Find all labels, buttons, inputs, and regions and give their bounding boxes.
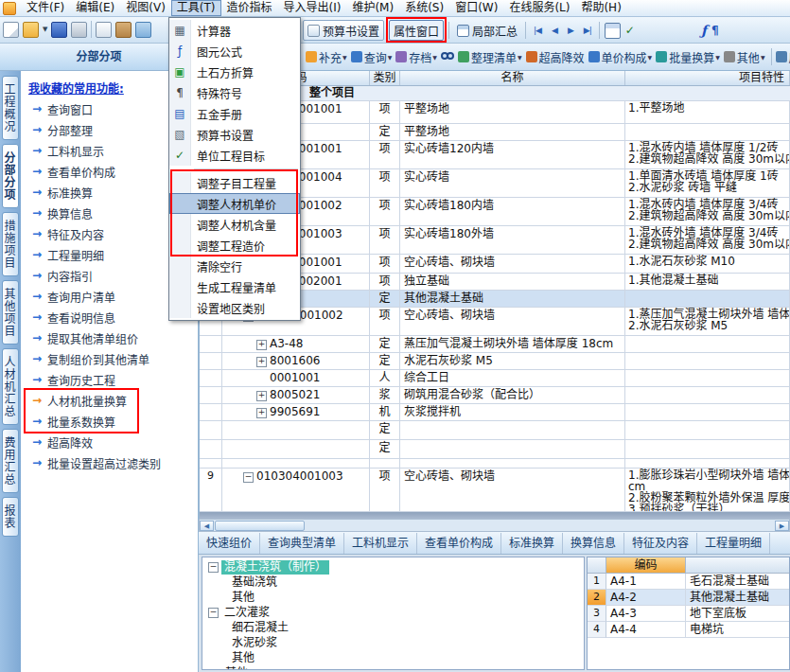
menu-window[interactable]: 窗口(W) (449, 0, 503, 16)
boq-row[interactable]: +8005021浆砌筑用混合砂浆（配合比） (200, 387, 790, 404)
open-file-icon[interactable] (23, 22, 39, 38)
menu-file[interactable]: 文件(F) (21, 0, 70, 16)
new-file-icon[interactable] (3, 22, 19, 38)
copy-icon[interactable] (96, 22, 112, 38)
tree-node-foundation-pouring[interactable]: 基础浇筑 (202, 575, 584, 590)
save-icon[interactable] (51, 22, 67, 38)
expand-icon[interactable]: − (243, 472, 254, 483)
menu-import-export[interactable]: 导入导出(I) (278, 0, 347, 16)
boq-row[interactable]: +8001606定水泥石灰砂浆 M5 (200, 353, 790, 370)
code-table-row[interactable]: 1A4-1毛石混凝土基础 (588, 574, 789, 590)
sidebar-item-batch-height-filter[interactable]: →批量设置超高过滤类别 (21, 452, 198, 473)
tree-node-other-root[interactable]: 其他 (202, 665, 584, 670)
scroll-right-button[interactable]: ▶ (775, 521, 789, 531)
boq-row[interactable]: 9−010304001003项空心砖墙、砌块墙1.膨胀珍珠岩小型砌块外墙 墙体厚… (200, 469, 790, 512)
boq-row[interactable]: 0001001人综合工日 (200, 370, 790, 387)
tree-node-cement-mortar[interactable]: 水泥砂浆 (202, 635, 584, 650)
boq-row[interactable]: 定 (200, 440, 790, 459)
tab-cost-summary[interactable]: 费用汇总 (2, 429, 19, 493)
sidebar-item-height-efficiency[interactable]: →超高降效 (21, 432, 198, 452)
supplement-button[interactable]: 补充▼ (305, 46, 348, 67)
batch-conversion-button[interactable]: 批量换算▼ (655, 46, 721, 67)
height-efficiency-button[interactable]: 超高降效 (525, 46, 586, 67)
menu-item-adjust-subitem-quantity[interactable]: 调整子目工程量 (169, 172, 300, 193)
menu-item-adjust-labor-content[interactable]: 调整人材机含量 (169, 214, 300, 235)
menu-maintenance[interactable]: 维护(M) (346, 0, 399, 16)
menu-cost-index[interactable]: 造价指标 (221, 0, 278, 16)
boq-row[interactable]: +9905691机灰浆搅拌机 (200, 404, 790, 421)
organize-list-button[interactable]: 整理清单▼ (457, 46, 523, 67)
sidebar-item-query-history-project[interactable]: →查询历史工程 (21, 369, 198, 390)
print-icon[interactable] (71, 22, 87, 38)
expand-icon[interactable]: − (208, 608, 219, 618)
menu-item-earthwork-conversion[interactable]: ▣土石方折算 (169, 62, 300, 82)
pilcrow-icon[interactable]: ¶ (711, 24, 719, 37)
menu-item-hardware-manual[interactable]: ▤五金手册 (169, 103, 300, 124)
tab-other-items[interactable]: 其他项目 (2, 280, 19, 345)
check-icon[interactable]: ✓ (625, 24, 635, 37)
open-dropdown-arrow-icon[interactable]: ▼ (43, 26, 47, 33)
archive-button[interactable]: 存档▼ (395, 46, 438, 67)
menu-system[interactable]: 系统(S) (399, 0, 449, 16)
menu-item-set-region-category[interactable]: 设置地区类别 (169, 297, 300, 318)
partial-summary-button[interactable]: 局部汇总 (454, 20, 520, 41)
menu-online-service[interactable]: 在线服务(L) (503, 0, 575, 16)
expand-icon[interactable]: + (256, 408, 267, 418)
next-record-button[interactable]: ▶ (565, 26, 576, 35)
code-table-row[interactable]: 4A4-4电梯坑 (588, 622, 789, 638)
first-record-button[interactable]: |◀ (531, 26, 544, 35)
tab-conversion-info[interactable]: 换算信息 (563, 533, 624, 554)
menu-item-calculator[interactable]: ▦计算器 (169, 20, 300, 41)
formula-icon[interactable]: ƒ (701, 23, 707, 38)
boq-row[interactable]: +A3-48定蒸压加气混凝土砌块外墙 墙体厚度 18cm (200, 336, 790, 353)
budget-settings-button[interactable]: 预算书设置 (303, 20, 384, 41)
undo-icon[interactable] (135, 22, 151, 38)
sidebar-item-batch-coefficient-conversion[interactable]: →批量系数换算 (21, 411, 198, 432)
property-window-button[interactable]: 属性窗口 (389, 20, 444, 41)
menu-help[interactable]: 帮助(H) (575, 0, 626, 16)
menu-item-adjust-project-cost[interactable]: 调整工程造价 (169, 235, 300, 256)
menu-view[interactable]: 视图(V) (120, 0, 171, 16)
tree-node-fine-concrete[interactable]: 细石混凝土 (202, 620, 584, 635)
tab-labor-material-summary[interactable]: 人材机汇总 (2, 348, 19, 425)
expand-icon[interactable]: + (256, 391, 267, 401)
tab-standard-conversion[interactable]: 标准换算 (501, 533, 563, 554)
tab-project-overview[interactable]: 工程概况 (2, 76, 19, 140)
menu-item-budget-settings[interactable]: ▧预算书设置 (169, 124, 300, 145)
code-table-row[interactable]: 3A4-3地下室底板 (588, 606, 789, 622)
unit-price-composition-button[interactable]: 单价构成▼ (588, 46, 654, 67)
menu-item-adjust-labor-price[interactable]: 调整人材机单价 (169, 193, 300, 214)
window-layout-icon[interactable] (605, 23, 621, 39)
scroll-left-button[interactable]: ◀ (200, 521, 214, 531)
menu-item-unit-project-target[interactable]: ✓单位工程目标 (169, 145, 300, 166)
other-button[interactable]: 其他▼ (723, 46, 766, 67)
tab-features-content[interactable]: 特征及内容 (624, 533, 697, 554)
tab-measure-items[interactable]: 措施项目 (2, 212, 19, 276)
sidebar-item-extract-other-pricing[interactable]: →提取其他清单组价 (21, 327, 198, 348)
last-record-button[interactable]: ▶| (581, 26, 594, 35)
boq-row[interactable] (200, 459, 790, 469)
tab-quick-pricing[interactable]: 快速组价 (199, 533, 260, 554)
menu-item-clear-empty-rows[interactable]: 清除空行 (169, 256, 300, 276)
expand-icon[interactable]: − (208, 562, 219, 573)
query-button[interactable]: 查询▼ (350, 46, 394, 67)
paste-icon[interactable] (115, 22, 132, 38)
tab-quantity-detail[interactable]: 工程量明细 (697, 533, 770, 554)
tree-node-other-1[interactable]: 其他 (202, 590, 584, 605)
tree-node-secondary-grouting[interactable]: −二次灌浆 (202, 605, 584, 620)
code-table-row[interactable]: 2A4-2其他混凝土基础 (588, 590, 789, 606)
tree-node-concrete-pouring[interactable]: −混凝土浇筑（制作） (202, 559, 584, 575)
prev-record-button[interactable]: ◀ (549, 26, 560, 35)
sidebar-item-copy-pricing[interactable]: →复制组价到其他清单 (21, 348, 198, 369)
tab-query-typical-list[interactable]: 查询典型清单 (260, 533, 344, 554)
horizontal-scrollbar[interactable]: ◀ ▶ (199, 519, 790, 532)
tree-node-other-2[interactable]: 其他 (202, 650, 584, 665)
menu-edit[interactable]: 编辑(E) (70, 0, 120, 16)
menu-item-generate-boq[interactable]: 生成工程量清单 (169, 276, 300, 297)
tab-view-unit-price[interactable]: 查看单价构成 (417, 533, 501, 554)
tab-divisional-items[interactable]: 分部分项 (2, 144, 19, 208)
menu-item-graphic-formula[interactable]: ƒ图元公式 (169, 41, 300, 62)
sidebar-item-batch-labor-conversion[interactable]: →人材机批量换算 (21, 390, 198, 411)
menu-tools[interactable]: 工具(T) (171, 0, 221, 16)
menu-item-special-symbols[interactable]: ¶特殊符号 (169, 82, 300, 103)
